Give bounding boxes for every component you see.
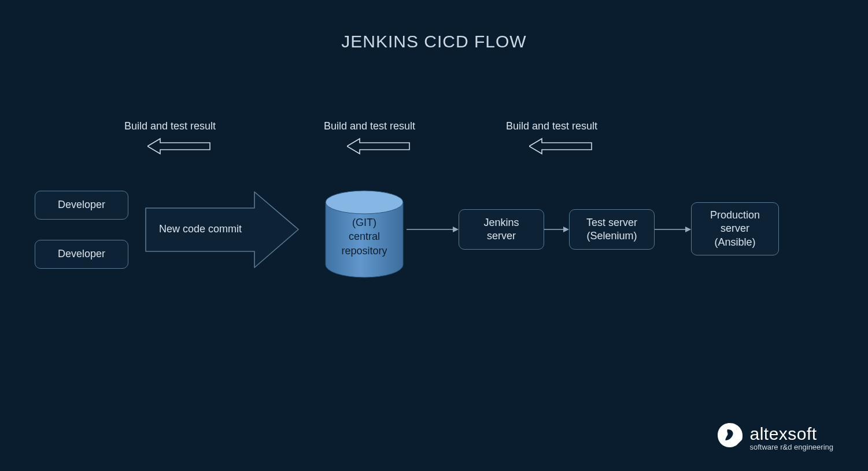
git-repo-line1: (GIT) — [352, 217, 376, 228]
prod-line2: server — [721, 222, 749, 234]
feedback-label-2: Build and test result — [324, 120, 415, 132]
git-repo-line2: central — [349, 231, 380, 242]
git-repo-label: (GIT) central repository — [321, 216, 408, 258]
commit-arrow-label: New code commit — [159, 223, 242, 235]
test-line2: (Selenium) — [586, 230, 637, 242]
svg-point-4 — [326, 191, 403, 214]
prod-line1: Production — [710, 209, 760, 221]
svg-marker-8 — [563, 227, 569, 232]
brand-name: altexsoft — [749, 424, 833, 444]
brand-tagline: software r&d engineering — [749, 443, 833, 451]
jenkins-line1: Jenkins — [483, 217, 519, 228]
production-server-node: Production server (Ansible) — [691, 202, 779, 255]
svg-marker-6 — [453, 227, 459, 232]
svg-marker-1 — [347, 139, 409, 154]
git-repo-line3: repository — [341, 245, 387, 257]
brand-mark-icon — [716, 421, 744, 454]
svg-marker-10 — [685, 227, 691, 232]
flow-arrow-1-icon — [407, 225, 460, 233]
diagram-title: JENKINS CICD FLOW — [0, 32, 868, 51]
jenkins-server-node: Jenkins server — [459, 209, 544, 250]
feedback-label-3: Build and test result — [506, 120, 597, 132]
flow-arrow-3-icon — [655, 225, 692, 233]
developer-node-2: Developer — [35, 240, 128, 269]
feedback-label-1: Build and test result — [124, 120, 216, 132]
flow-arrow-2-icon — [544, 225, 570, 233]
svg-marker-0 — [147, 139, 210, 154]
prod-line3: (Ansible) — [714, 236, 755, 248]
return-arrow-3-icon — [529, 138, 593, 155]
developer-node-1: Developer — [35, 191, 128, 220]
test-server-node: Test server (Selenium) — [569, 209, 655, 250]
return-arrow-2-icon — [347, 138, 411, 155]
svg-marker-2 — [529, 139, 592, 154]
test-line1: Test server — [586, 217, 637, 228]
return-arrow-1-icon — [147, 138, 211, 155]
jenkins-line2: server — [487, 230, 516, 242]
brand-logo: altexsoft software r&d engineering — [716, 421, 833, 454]
